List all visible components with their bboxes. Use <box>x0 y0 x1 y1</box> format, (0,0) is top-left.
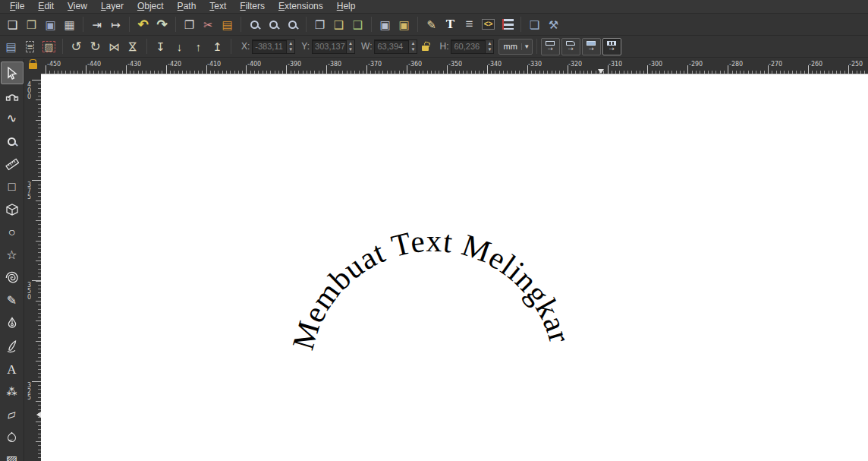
spin-down-icon[interactable]: ▼ <box>409 46 417 53</box>
menubar: File Edit View Layer Object Path Text Fi… <box>0 0 868 14</box>
menu-object[interactable]: Object <box>131 0 171 13</box>
print-button[interactable]: ▦ <box>60 15 79 34</box>
fill-stroke-button[interactable]: ✎ <box>422 15 441 34</box>
scale-rounded-corners-toggle[interactable]: ⇢ <box>561 38 580 55</box>
spin-up-icon[interactable]: ▲ <box>287 40 294 47</box>
spin-up-icon[interactable]: ▲ <box>486 40 493 47</box>
menu-path[interactable]: Path <box>171 0 203 13</box>
spin-up-icon[interactable]: ▲ <box>409 40 417 47</box>
zoom-page-button[interactable] <box>283 15 302 34</box>
flip-horizontal-button[interactable]: ⋈ <box>105 37 124 56</box>
w-spinner[interactable]: ▲▼ <box>408 40 417 53</box>
horizontal-ruler[interactable]: -450 -440 -430 -420 -410 -400 -390 -380 … <box>41 59 868 74</box>
hruler-label: -380 <box>328 61 341 68</box>
group-button[interactable]: ▣ <box>376 15 395 34</box>
flip-vertical-button[interactable]: ⋈ <box>124 37 143 56</box>
menu-filters[interactable]: Filters <box>233 0 272 13</box>
menu-view[interactable]: View <box>61 0 94 13</box>
redo-button[interactable]: ↷ <box>153 15 171 34</box>
spin-down-icon[interactable]: ▼ <box>287 46 294 53</box>
undo-button[interactable]: ↶ <box>134 15 153 34</box>
zoom-selection-button[interactable] <box>245 15 264 34</box>
menu-extensions[interactable]: Extensions <box>272 0 330 13</box>
tool-spiral[interactable] <box>1 267 24 289</box>
menu-text[interactable]: Text <box>203 0 233 13</box>
import-button[interactable]: ⇥ <box>87 15 106 34</box>
curved-text-object[interactable]: Membuat Text Melingkar <box>285 223 578 354</box>
select-all-button[interactable]: ▤ <box>2 37 20 56</box>
unlink-clone-button[interactable]: ❑ <box>348 15 367 34</box>
tool-rectangle[interactable]: □ <box>1 175 24 198</box>
units-dropdown[interactable]: mm ▼ <box>498 39 532 55</box>
rotate-cw-button[interactable]: ↻ <box>86 37 105 56</box>
y-spinner[interactable]: ▲▼ <box>346 40 354 53</box>
copy-button[interactable]: ❐ <box>180 15 199 34</box>
canvas[interactable]: Membuat Text Melingkar <box>41 74 868 461</box>
x-field[interactable]: -383,11▲▼ <box>252 39 295 54</box>
layers-dialog-button[interactable]: ≡ <box>460 15 479 34</box>
text-dialog-button[interactable]: T <box>441 15 460 34</box>
tool-node-editor[interactable] <box>1 84 24 107</box>
tool-zoom[interactable] <box>1 130 24 153</box>
lock-width-height-toggle[interactable] <box>422 46 429 51</box>
import-icon: ⇥ <box>92 19 102 30</box>
cut-button[interactable]: ✂ <box>199 15 218 34</box>
tool-gradient[interactable]: ▨ <box>1 449 24 461</box>
align-distribute-button[interactable] <box>498 15 517 34</box>
menu-edit[interactable]: Edit <box>31 0 61 13</box>
move-gradients-toggle[interactable]: ⇢ <box>582 38 601 55</box>
h-field[interactable]: 60,236▲▼ <box>451 39 494 54</box>
tool-pen[interactable] <box>1 312 24 335</box>
undo-icon: ↶ <box>137 18 148 31</box>
tool-measure[interactable] <box>1 153 24 175</box>
hruler-label: -310 <box>609 61 622 68</box>
hruler-label: -410 <box>207 61 221 68</box>
save-document-button[interactable]: ▣ <box>41 15 60 34</box>
paste-button[interactable]: ▤ <box>218 15 237 34</box>
tool-box-3d[interactable] <box>1 198 24 221</box>
ungroup-button[interactable]: ▣ <box>395 15 414 34</box>
y-field[interactable]: 303,137▲▼ <box>312 39 355 54</box>
tool-paint-bucket[interactable] <box>1 426 24 449</box>
raise-to-top-button[interactable]: ↥ <box>208 37 227 56</box>
spin-up-icon[interactable]: ▲ <box>347 40 354 47</box>
rotate-ccw-button[interactable]: ↺ <box>67 37 86 56</box>
select-all-layers-button[interactable]: ≡ <box>20 37 39 56</box>
tool-pencil[interactable]: ✎ <box>1 289 24 312</box>
tool-calligraphy[interactable] <box>1 335 24 358</box>
h-spinner[interactable]: ▲▼ <box>485 40 493 53</box>
menu-layer[interactable]: Layer <box>94 0 131 13</box>
menu-help[interactable]: Help <box>330 0 363 13</box>
tool-selector[interactable] <box>1 62 24 84</box>
open-folder-icon: ❒ <box>27 19 36 30</box>
spin-down-icon[interactable]: ▼ <box>347 46 354 53</box>
move-patterns-toggle[interactable]: ⇢ <box>602 38 621 55</box>
export-button[interactable]: ↦ <box>106 15 125 34</box>
scale-stroke-width-toggle[interactable]: ⇢ <box>541 38 560 55</box>
tool-text[interactable]: A <box>1 358 24 380</box>
tool-tweak[interactable]: ∿ <box>1 107 24 130</box>
x-spinner[interactable]: ▲▼ <box>286 40 294 53</box>
open-document-button[interactable]: ❒ <box>22 15 41 34</box>
create-clone-button[interactable]: ❑ <box>329 15 348 34</box>
new-document-button[interactable]: ❏ <box>3 15 22 34</box>
preferences-button[interactable]: ⚒ <box>544 15 563 34</box>
tool-ellipse[interactable]: ○ <box>1 221 24 244</box>
w-field[interactable]: 63,394▲▼ <box>374 39 417 54</box>
deselect-button[interactable]: ▨ <box>39 37 58 56</box>
spin-down-icon[interactable]: ▼ <box>486 46 493 53</box>
xml-editor-button[interactable]: <> <box>479 15 498 34</box>
text-dialog-icon: T <box>446 17 454 32</box>
lower-button[interactable]: ↓ <box>170 37 189 56</box>
tool-spray[interactable]: ⁂ <box>1 380 24 403</box>
raise-button[interactable]: ↑ <box>189 37 208 56</box>
vertical-ruler[interactable]: 400 375 350 325 <box>24 74 41 461</box>
zoom-drawing-button[interactable] <box>264 15 283 34</box>
duplicate-button[interactable]: ❐ <box>310 15 329 34</box>
lower-to-bottom-button[interactable]: ↧ <box>151 37 170 56</box>
tool-star[interactable]: ☆ <box>1 244 24 267</box>
lock-rulers-icon[interactable] <box>29 63 37 69</box>
document-properties-button[interactable]: ❏ <box>525 15 544 34</box>
menu-file[interactable]: File <box>3 0 31 13</box>
tool-eraser[interactable]: ▱ <box>1 403 24 426</box>
